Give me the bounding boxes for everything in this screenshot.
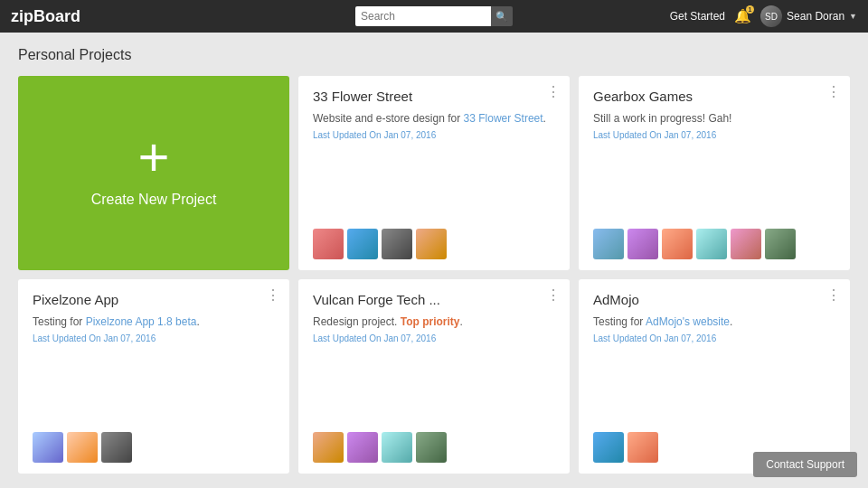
- logo: zipBoard: [11, 7, 80, 26]
- user-name: Sean Doran: [787, 10, 844, 23]
- card-description: Redesign project. Top priority.: [313, 314, 555, 330]
- user-avatar: SD: [760, 5, 782, 27]
- desc-link: AdMojo's website: [646, 315, 730, 328]
- card-title: 33 Flower Street: [313, 89, 542, 104]
- project-card-admojo[interactable]: ⋮ AdMojo Testing for AdMojo's website. L…: [579, 279, 850, 474]
- avatar: [382, 229, 412, 259]
- card-avatars: [593, 229, 835, 259]
- card-avatars: [313, 229, 555, 259]
- logo-board: Board: [33, 7, 80, 25]
- card-description: Testing for Pixelzone App 1.8 beta.: [33, 314, 275, 330]
- card-updated: Last Updated On Jan 07, 2016: [593, 333, 835, 343]
- search-button[interactable]: 🔍: [491, 6, 513, 26]
- search-input[interactable]: [355, 6, 491, 26]
- avatar: [593, 229, 624, 259]
- card-title: Pixelzone App: [33, 292, 262, 307]
- card-menu-icon[interactable]: ⋮: [546, 288, 561, 303]
- search-container: 🔍: [355, 6, 513, 26]
- header: zipBoard 🔍 Get Started 🔔 1 SD Sean Doran…: [0, 0, 868, 33]
- card-updated: Last Updated On Jan 07, 2016: [313, 333, 555, 343]
- avatar: [416, 432, 447, 463]
- avatar: [382, 432, 412, 463]
- logo-zip: zip: [11, 7, 33, 25]
- create-label: Create New Project: [91, 192, 217, 208]
- card-title: Gearbox Games: [593, 89, 823, 104]
- avatar: [627, 229, 658, 259]
- notification-badge[interactable]: 🔔 1: [734, 8, 751, 24]
- desc-link: 33 Flower Street: [464, 112, 543, 125]
- project-card-gearbox[interactable]: ⋮ Gearbox Games Still a work in progress…: [579, 76, 850, 270]
- card-description: Website and e-store design for 33 Flower…: [313, 111, 555, 127]
- priority-text: Top priority: [401, 315, 460, 328]
- card-title: AdMojo: [593, 292, 823, 307]
- card-avatars: [313, 432, 555, 463]
- avatar: [593, 432, 624, 463]
- avatar: [765, 229, 796, 259]
- avatar: [627, 432, 658, 463]
- card-updated: Last Updated On Jan 07, 2016: [313, 130, 555, 140]
- card-avatars: [33, 432, 275, 463]
- project-card-pixelzone[interactable]: ⋮ Pixelzone App Testing for Pixelzone Ap…: [18, 279, 289, 474]
- card-description: Still a work in progress! Gah!: [593, 111, 835, 127]
- notification-count: 1: [746, 5, 754, 14]
- avatar: [696, 229, 727, 259]
- avatar: [731, 229, 761, 259]
- desc-link: Pixelzone App 1.8 beta: [86, 315, 197, 328]
- avatar: [347, 432, 378, 463]
- project-grid: + Create New Project ⋮ 33 Flower Street …: [18, 76, 850, 474]
- card-menu-icon[interactable]: ⋮: [826, 85, 841, 99]
- card-description: Testing for AdMojo's website.: [593, 314, 835, 330]
- page-title: Personal Projects: [18, 47, 850, 63]
- card-updated: Last Updated On Jan 07, 2016: [33, 333, 275, 343]
- card-menu-icon[interactable]: ⋮: [826, 288, 841, 303]
- avatar: [313, 229, 344, 259]
- project-card-vulcan[interactable]: ⋮ Vulcan Forge Tech ... Redesign project…: [298, 279, 570, 474]
- card-menu-icon[interactable]: ⋮: [546, 85, 561, 99]
- get-started-button[interactable]: Get Started: [670, 10, 725, 23]
- avatar: [101, 432, 132, 463]
- card-title: Vulcan Forge Tech ...: [313, 292, 542, 307]
- header-right: Get Started 🔔 1 SD Sean Doran ▼: [670, 5, 857, 27]
- create-new-project-card[interactable]: + Create New Project: [18, 76, 289, 270]
- avatar: [33, 432, 63, 463]
- avatar: [662, 229, 693, 259]
- user-menu[interactable]: SD Sean Doran ▼: [760, 5, 857, 27]
- chevron-down-icon: ▼: [849, 12, 857, 21]
- avatar: [347, 229, 378, 259]
- card-updated: Last Updated On Jan 07, 2016: [593, 130, 835, 140]
- plus-icon: +: [137, 130, 169, 184]
- card-menu-icon[interactable]: ⋮: [266, 288, 280, 303]
- avatar: [416, 229, 447, 259]
- main-content: Personal Projects + Create New Project ⋮…: [0, 33, 868, 488]
- project-card-flower-street[interactable]: ⋮ 33 Flower Street Website and e-store d…: [298, 76, 570, 270]
- contact-support-button[interactable]: Contact Support: [753, 452, 857, 477]
- avatar: [313, 432, 344, 463]
- avatar: [67, 432, 98, 463]
